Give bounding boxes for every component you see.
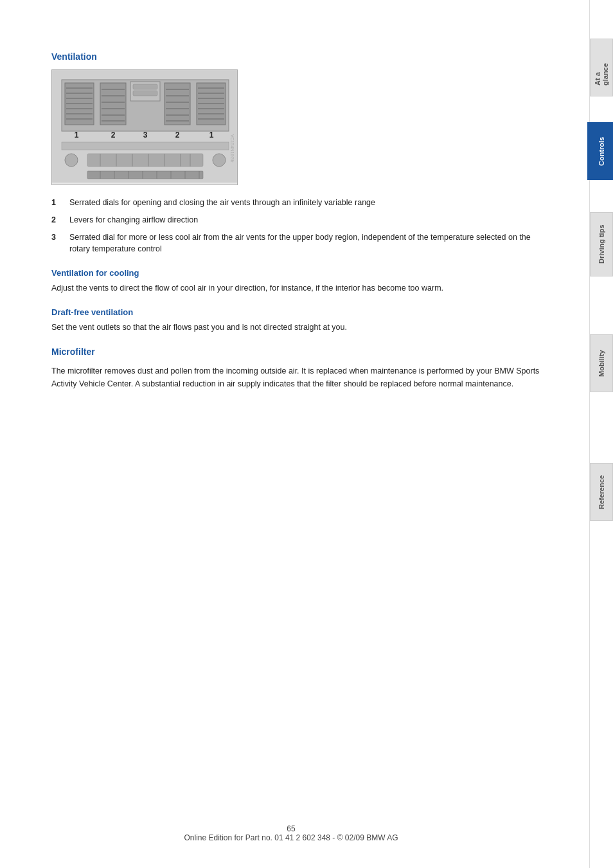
page-footer: 65 Online Edition for Part no. 01 41 2 6… bbox=[0, 824, 582, 842]
svg-text:1: 1 bbox=[75, 131, 79, 140]
svg-rect-43 bbox=[87, 154, 203, 167]
microfilter-body: The microfilter removes dust and pollen … bbox=[51, 365, 544, 390]
tab-mobility[interactable]: Mobility bbox=[590, 334, 613, 392]
svg-text:1: 1 bbox=[209, 131, 214, 140]
tab-reference[interactable]: Reference bbox=[590, 463, 613, 521]
svg-text:2: 2 bbox=[175, 131, 180, 140]
list-item-3: 3 Serrated dial for more or less cool ai… bbox=[51, 231, 544, 256]
svg-rect-40 bbox=[62, 142, 229, 150]
draft-free-body: Set the vent outlets so that the air flo… bbox=[51, 321, 544, 334]
page-number: 65 bbox=[287, 824, 295, 833]
ventilation-list: 1 Serrated dials for opening and closing… bbox=[51, 197, 544, 255]
footer-text: Online Edition for Part no. 01 41 2 602 … bbox=[184, 833, 398, 842]
svg-text:3: 3 bbox=[143, 131, 148, 140]
tab-driving-tips[interactable]: Driving tips bbox=[590, 212, 613, 276]
draft-free-title: Draft-free ventilation bbox=[51, 307, 544, 317]
tab-at-a-glance[interactable]: At a glance bbox=[590, 39, 613, 96]
draft-free-section: Draft-free ventilation Set the vent outl… bbox=[51, 307, 544, 334]
cooling-body: Adjust the vents to direct the flow of c… bbox=[51, 282, 544, 294]
main-content: Ventilation bbox=[0, 0, 582, 868]
svg-rect-19 bbox=[133, 91, 157, 96]
svg-rect-51 bbox=[87, 171, 203, 179]
list-item-1: 1 Serrated dials for opening and closing… bbox=[51, 197, 544, 209]
svg-point-42 bbox=[213, 154, 226, 167]
svg-text:VC154N16Gfr: VC154N16Gfr bbox=[230, 134, 235, 163]
ventilation-svg: 1 2 3 2 1 bbox=[52, 70, 238, 183]
sidebar: At a glance Controls Driving tips Mobili… bbox=[582, 0, 613, 868]
svg-text:2: 2 bbox=[111, 131, 116, 140]
svg-rect-18 bbox=[133, 84, 157, 89]
list-item-2: 2 Levers for changing airflow direction bbox=[51, 214, 544, 226]
microfilter-title: Microfilter bbox=[51, 347, 544, 357]
cooling-title: Ventilation for cooling bbox=[51, 268, 544, 278]
cooling-section: Ventilation for cooling Adjust the vents… bbox=[51, 268, 544, 294]
microfilter-section: Microfilter The microfilter removes dust… bbox=[51, 347, 544, 390]
tab-controls[interactable]: Controls bbox=[590, 122, 613, 180]
ventilation-diagram: 1 2 3 2 1 bbox=[51, 69, 238, 185]
ventilation-title: Ventilation bbox=[51, 51, 544, 62]
svg-point-41 bbox=[65, 154, 78, 167]
ventilation-section: Ventilation bbox=[51, 51, 544, 255]
